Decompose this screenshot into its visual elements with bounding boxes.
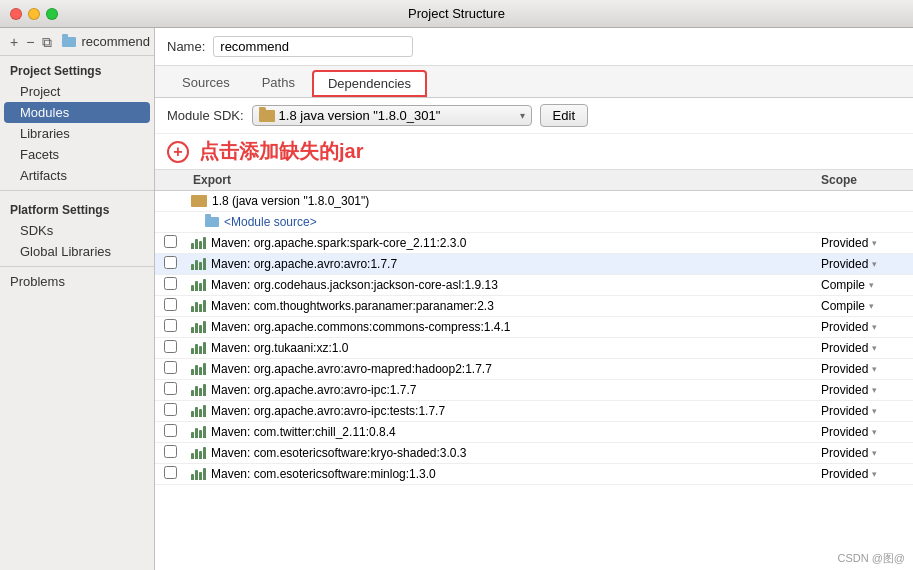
scope-dropdown-icon: ▾ [869,280,874,290]
check-cell[interactable] [155,443,185,463]
sdk-value: 1.8 java version "1.8.0_301" [279,108,441,123]
dep-checkbox[interactable] [164,319,177,332]
project-name-item[interactable]: recommend [62,34,150,49]
jdk-folder-icon [259,110,275,122]
scope-cell[interactable]: Provided ▾ [813,233,913,253]
dependency-table: Export Scope 1.8 (java version "1.8.0_30… [155,169,913,570]
dep-name: Maven: com.esotericsoftware:minlog:1.3.0 [211,467,436,481]
minimize-button[interactable] [28,8,40,20]
folder-icon [62,37,76,47]
dep-name: <Module source> [224,215,317,229]
sidebar-item-facets[interactable]: Facets [0,144,154,165]
table-row: Maven: org.apache.avro:avro:1.7.7 Provid… [155,254,913,275]
edit-button[interactable]: Edit [540,104,588,127]
scope-value: Provided [821,362,868,376]
close-button[interactable] [10,8,22,20]
remove-button[interactable]: − [24,34,36,50]
scope-value: Provided [821,257,868,271]
check-cell[interactable] [155,359,185,379]
scope-value: Provided [821,404,868,418]
dep-checkbox[interactable] [164,235,177,248]
name-cell: Maven: com.esotericsoftware:minlog:1.3.0 [185,464,813,484]
check-cell[interactable] [155,317,185,337]
dep-name: Maven: org.apache.spark:spark-core_2.11:… [211,236,466,250]
scope-cell[interactable]: Provided ▾ [813,464,913,484]
dep-checkbox[interactable] [164,361,177,374]
maven-icon [191,258,206,270]
scope-value: Provided [821,320,868,334]
add-dependency-button[interactable]: + [167,141,189,163]
scope-cell[interactable]: Provided ▾ [813,422,913,442]
table-row: Maven: org.apache.avro:avro-ipc:tests:1.… [155,401,913,422]
project-name-label: recommend [81,34,150,49]
sdk-dropdown[interactable]: 1.8 java version "1.8.0_301" ▾ [252,105,532,126]
scope-cell[interactable]: Provided ▾ [813,443,913,463]
check-cell[interactable] [155,338,185,358]
name-cell: <Module source> [185,212,813,232]
global-libraries-item-label: Global Libraries [20,244,111,259]
dep-checkbox[interactable] [164,298,177,311]
platform-settings-label: Platform Settings [0,195,154,220]
sidebar-item-artifacts[interactable]: Artifacts [0,165,154,186]
jdk-icon [191,195,207,207]
scope-dropdown-icon: ▾ [872,343,877,353]
scope-cell[interactable]: Provided ▾ [813,317,913,337]
scope-cell[interactable]: Provided ▾ [813,338,913,358]
scope-dropdown-icon: ▾ [872,385,877,395]
scope-cell[interactable]: Provided ▾ [813,380,913,400]
sidebar-item-modules[interactable]: Modules [4,102,150,123]
check-cell[interactable] [155,401,185,421]
dep-checkbox[interactable] [164,424,177,437]
copy-button[interactable]: ⧉ [40,34,54,50]
check-cell[interactable] [155,233,185,253]
sidebar-item-libraries[interactable]: Libraries [0,123,154,144]
dep-checkbox[interactable] [164,445,177,458]
maven-icon [191,426,206,438]
maven-icon [191,405,206,417]
table-row: 1.8 (java version "1.8.0_301") [155,191,913,212]
scope-dropdown-icon: ▾ [872,259,877,269]
check-cell[interactable] [155,464,185,484]
sidebar-item-global-libraries[interactable]: Global Libraries [0,241,154,262]
maximize-button[interactable] [46,8,58,20]
name-cell: Maven: org.apache.avro:avro-ipc:1.7.7 [185,380,813,400]
annotation-text: 点击添加缺失的jar [199,138,363,165]
dep-checkbox[interactable] [164,340,177,353]
dep-name: Maven: org.apache.avro:avro-mapred:hadoo… [211,362,492,376]
name-cell: Maven: org.apache.spark:spark-core_2.11:… [185,233,813,253]
sidebar-item-sdks[interactable]: SDKs [0,220,154,241]
scope-cell[interactable]: Provided ▾ [813,359,913,379]
name-input[interactable]: recommend [213,36,413,57]
dep-checkbox[interactable] [164,256,177,269]
sidebar-item-project[interactable]: Project [0,81,154,102]
check-cell[interactable] [155,296,185,316]
check-cell[interactable] [155,254,185,274]
tab-dependencies[interactable]: Dependencies [312,70,427,97]
scope-cell[interactable]: Compile ▾ [813,275,913,295]
module-source-icon [205,217,219,227]
sdk-row: Module SDK: 1.8 java version "1.8.0_301"… [155,98,913,134]
tab-paths[interactable]: Paths [247,70,310,97]
scope-cell[interactable]: Provided ▾ [813,254,913,274]
name-cell: Maven: org.tukaani:xz:1.0 [185,338,813,358]
dep-checkbox[interactable] [164,382,177,395]
sidebar-item-problems[interactable]: Problems [0,271,154,292]
scope-cell[interactable]: Compile ▾ [813,296,913,316]
dep-checkbox[interactable] [164,403,177,416]
dep-name: Maven: com.twitter:chill_2.11:0.8.4 [211,425,396,439]
scope-cell[interactable]: Provided ▾ [813,401,913,421]
check-cell[interactable] [155,422,185,442]
table-row: Maven: com.thoughtworks.paranamer:parana… [155,296,913,317]
check-cell[interactable] [155,380,185,400]
dep-checkbox[interactable] [164,466,177,479]
check-cell[interactable] [155,275,185,295]
add-button[interactable]: + [8,34,20,50]
table-row: Maven: org.apache.commons:commons-compre… [155,317,913,338]
scope-cell [813,198,913,204]
dep-checkbox[interactable] [164,277,177,290]
tab-sources[interactable]: Sources [167,70,245,97]
table-row: Maven: com.twitter:chill_2.11:0.8.4 Prov… [155,422,913,443]
window-controls[interactable] [10,8,58,20]
scope-col-header: Scope [813,170,913,190]
name-cell: Maven: org.apache.avro:avro:1.7.7 [185,254,813,274]
